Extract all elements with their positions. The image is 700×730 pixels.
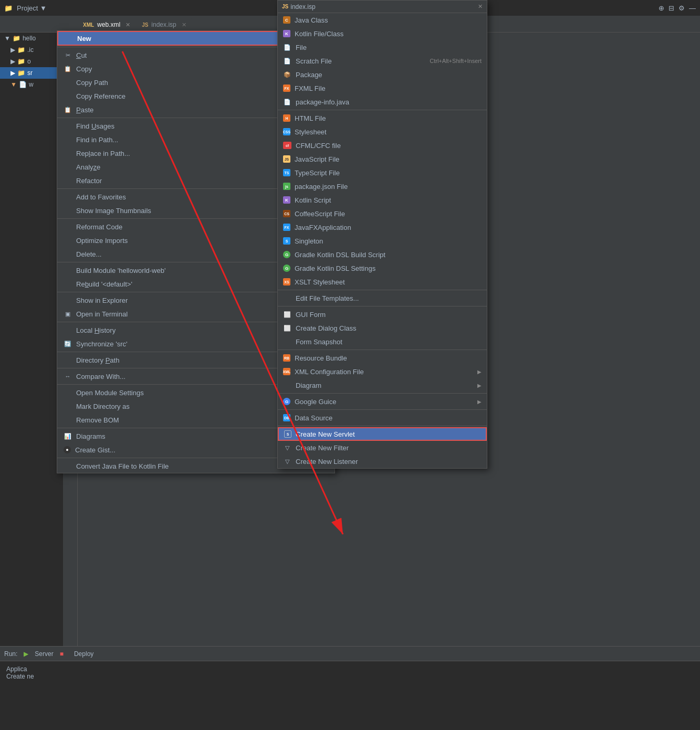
sub-menu-label-fxml: FXML File — [295, 84, 326, 92]
menu-label-compare: Compare With... — [76, 373, 126, 380]
tab-close-web-xml[interactable]: ✕ — [126, 22, 130, 28]
kotlin-script-icon: K — [283, 196, 290, 204]
guice-arrow: ▶ — [477, 399, 482, 405]
new-icon — [65, 34, 73, 43]
sub-menu-item-diagram[interactable]: Diagram ▶ — [278, 378, 487, 392]
sub-menu-label-typescript: TypeScript File — [295, 169, 340, 177]
sub-menu-item-create-servlet[interactable]: S Create New Servlet — [278, 427, 487, 441]
sub-separator-7 — [278, 426, 487, 426]
menu-label-add-favorites: Add to Favorites — [76, 193, 126, 201]
tab-index-isp-icon: JS — [142, 22, 148, 28]
google-guice-icon: G — [283, 398, 290, 405]
sidebar-item-hello[interactable]: ▼ 📁 hello — [0, 33, 63, 44]
sidebar-label-sr: sr — [27, 69, 33, 77]
dir-path-icon — [64, 356, 72, 364]
sub-menu-item-xslt[interactable]: XS XSLT Stylesheet — [278, 275, 487, 289]
sub-menu-item-javafx[interactable]: FX JavaFXApplication — [278, 220, 487, 234]
slider-icon[interactable]: ⊟ — [668, 4, 674, 12]
sub-menu-item-scratch-file[interactable]: 📄 Scratch File Ctrl+Alt+Shift+Insert — [278, 54, 487, 68]
title-bar-project[interactable]: Project ▼ — [17, 4, 47, 12]
kotlin-icon: K — [283, 30, 290, 37]
sub-menu-item-create-filter[interactable]: ▽ Create New Filter — [278, 441, 487, 454]
sub-menu-item-cfml[interactable]: cf CFML/CFC file — [278, 139, 487, 152]
gear-icon[interactable]: ⚙ — [678, 4, 685, 12]
sub-menu-item-gradle-build[interactable]: G Gradle Kotlin DSL Build Script — [278, 248, 487, 261]
sub-menu-item-file[interactable]: 📄 File — [278, 40, 487, 54]
menu-label-show-explorer: Show in Explorer — [76, 297, 128, 304]
sub-menu-item-google-guice[interactable]: G Google Guice ▶ — [278, 395, 487, 408]
sub-menu-item-create-listener[interactable]: ▽ Create New Listener — [278, 454, 487, 468]
sub-menu-item-xml-config[interactable]: XML XML Configuration File ▶ — [278, 365, 487, 378]
sub-menu-item-stylesheet[interactable]: CSS Stylesheet — [278, 125, 487, 139]
sub-menu-item-singleton[interactable]: S Singleton — [278, 234, 487, 248]
tab-close-index-isp[interactable]: ✕ — [182, 22, 186, 28]
sub-menu-label-data-source: Data Source — [295, 414, 332, 422]
sidebar-item-ic[interactable]: ▶ 📁 .ic — [0, 44, 63, 56]
sub-menu-item-javascript[interactable]: JS JavaScript File — [278, 152, 487, 166]
sub-menu-label-filter: Create New Filter — [296, 444, 349, 452]
sub-menu-item-edit-templates[interactable]: Edit File Templates... — [278, 291, 487, 305]
terminal-icon: ▣ — [64, 310, 72, 318]
thumbnails-icon — [64, 206, 72, 215]
folder-icon-ic: ▶ — [11, 46, 15, 54]
sub-menu-label-kotlin: Kotlin File/Class — [295, 30, 343, 38]
sub-menu-tab-icon: JS — [282, 4, 288, 9]
sub-menu-item-form-snapshot[interactable]: Form Snapshot — [278, 335, 487, 348]
find-path-icon — [64, 135, 72, 144]
run-bar: Run: ▶ Server ■ Deploy Applica Create ne — [0, 646, 700, 730]
file-icon: 📄 — [283, 43, 291, 51]
sub-menu-item-gui-form[interactable]: ⬜ GUI Form — [278, 308, 487, 321]
diagram-icon — [283, 381, 291, 389]
sub-menu-item-resource-bundle[interactable]: RB Resource Bundle — [278, 351, 487, 365]
sidebar-label-ic: .ic — [27, 46, 34, 54]
sub-menu-item-dialog-class[interactable]: ⬜ Create Dialog Class — [278, 321, 487, 335]
sub-menu-label-listener: Create New Listener — [296, 458, 358, 465]
servlet-icon: S — [284, 430, 291, 438]
sidebar-item-o[interactable]: ▶ 📁 o — [0, 56, 63, 67]
coffeescript-icon: CS — [283, 210, 290, 217]
js-icon: JS — [283, 155, 290, 163]
sidebar-item-w[interactable]: ▼ 📄 w — [0, 79, 63, 90]
stop-icon[interactable]: ■ — [60, 650, 64, 658]
xslt-icon: XS — [283, 278, 290, 285]
sub-menu-item-coffeescript[interactable]: CS CoffeeScript File — [278, 207, 487, 220]
tab-web-xml[interactable]: XML web.xml ✕ — [78, 17, 135, 32]
sub-menu-item-package[interactable]: 📦 Package — [278, 68, 487, 81]
sub-menu-label-javascript: JavaScript File — [295, 155, 339, 163]
sub-menu-item-kotlin-file[interactable]: K Kotlin File/Class — [278, 27, 487, 40]
sub-menu-label-kotlin-script: Kotlin Script — [295, 196, 331, 204]
sub-menu-tab-close[interactable]: ✕ — [478, 3, 483, 10]
data-source-icon: DB — [283, 414, 290, 421]
sub-menu-label-gradle-settings: Gradle Kotlin DSL Settings — [295, 265, 375, 272]
sync-icon: 🔄 — [64, 340, 72, 348]
menu-label-remove-bom: Remove BOM — [76, 416, 119, 424]
project-icon: 📁 — [4, 4, 13, 12]
menu-label-copy-path: Copy Path — [76, 79, 108, 87]
menu-label-open-terminal: Open in Terminal — [76, 310, 128, 318]
sub-menu-item-package-info[interactable]: 📄 package-info.java — [278, 95, 487, 109]
run-icon[interactable]: ▶ — [24, 650, 28, 658]
tab-index-isp[interactable]: JS index.isp ✕ — [137, 17, 192, 32]
sub-menu-item-html[interactable]: H HTML File — [278, 111, 487, 125]
globe-icon[interactable]: ⊕ — [659, 4, 664, 12]
sub-menu-label-servlet: Create New Servlet — [296, 430, 355, 438]
sub-menu-item-typescript[interactable]: TS TypeScript File — [278, 166, 487, 179]
run-content: Applica Create ne — [0, 661, 700, 684]
minimize-icon[interactable]: — — [689, 4, 696, 12]
sub-menu-item-package-json[interactable]: js package.json File — [278, 179, 487, 193]
menu-label-create-gist: Create Gist... — [75, 446, 116, 454]
sub-menu-item-kotlin-script[interactable]: K Kotlin Script — [278, 193, 487, 207]
sub-separator-4 — [278, 350, 487, 350]
sidebar-item-sr[interactable]: ▶ 📁 sr — [0, 67, 63, 79]
sub-menu-item-data-source[interactable]: DB Data Source — [278, 411, 487, 425]
sub-menu-item-fxml[interactable]: FX FXML File — [278, 81, 487, 95]
sub-menu-label-package: Package — [296, 71, 322, 79]
fxml-icon: FX — [283, 84, 290, 92]
package-info-icon: 📄 — [283, 98, 291, 106]
sub-menu-item-java-class[interactable]: C Java Class — [278, 13, 487, 27]
sub-separator-1 — [278, 110, 487, 110]
sub-separator-3 — [278, 306, 487, 306]
menu-label-diagrams: Diagrams — [76, 432, 106, 440]
folder-arrow-sr: ▶ — [11, 69, 15, 77]
sub-menu-item-gradle-settings[interactable]: G Gradle Kotlin DSL Settings — [278, 261, 487, 275]
